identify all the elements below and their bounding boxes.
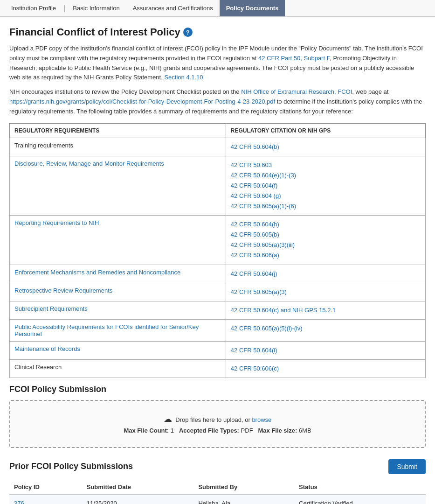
upload-dropzone[interactable]: ☁ Drop files here to upload, or browse M… (9, 400, 426, 448)
upload-drop-text: Drop files here to upload, or (175, 416, 250, 423)
requirement-cell[interactable]: Enforcement Mechanisms and Remedies and … (10, 265, 226, 283)
citation-link[interactable]: 42 CFR 50.604(h) (231, 219, 421, 230)
table-row: Reporting Requirements to NIH42 CFR 50.6… (10, 216, 426, 265)
requirement-link[interactable]: Public Accessibility Requirements for FC… (14, 323, 199, 337)
link-checklist-url[interactable]: https://grants.nih.gov/grants/policy/coi… (9, 98, 275, 105)
citation-link[interactable]: 42 CFR 50.605(a)(3)(iii) (231, 240, 421, 250)
description-1: Upload a PDF copy of the institution's f… (9, 44, 426, 83)
col-status: Status (294, 480, 426, 495)
citation-link[interactable]: 42 CFR 50.604(i) (231, 345, 421, 356)
main-content: Financial Conflict of Interest Policy ? … (0, 17, 435, 504)
citation-cell: 42 CFR 50.604(c) and NIH GPS 15.2.1 (226, 301, 425, 319)
requirement-link[interactable]: Maintenance of Records (14, 345, 80, 352)
status-cell: Certification Verified (294, 495, 426, 504)
requirement-cell[interactable]: Retrospective Review Requirements (10, 283, 226, 301)
citation-link[interactable]: 42 CFR 50.606(c) (231, 364, 421, 374)
table-row: Disclosure, Review, Manage and Monitor R… (10, 156, 426, 215)
citation-link[interactable]: 42 CFR 50.604(b) (231, 142, 421, 152)
upload-cloud-icon: ☁ (164, 414, 172, 424)
submissions-table: Policy ID Submitted Date Submitted By St… (9, 480, 426, 504)
requirement-cell: Training requirements (10, 138, 226, 156)
citation-cell: 42 CFR 50.604(i) (226, 341, 425, 359)
nav-tabs: Institution Profile | Basic Information … (0, 0, 435, 17)
table-row: Training requirements42 CFR 50.604(b) (10, 138, 426, 156)
requirement-cell: Clinical Research (10, 359, 226, 378)
submitted-by-cell: Helisha, Ala (193, 495, 294, 504)
page-title: Financial Conflict of Interest Policy (9, 26, 180, 38)
link-section-4110[interactable]: Section 4.1.10 (164, 74, 203, 81)
requirement-cell[interactable]: Public Accessibility Requirements for FC… (10, 319, 226, 341)
requirement-cell[interactable]: Disclosure, Review, Manage and Monitor R… (10, 156, 226, 215)
fcoi-submission-heading: FCOI Policy Submission (9, 385, 426, 394)
table-header-requirements: REGULATORY REQUIREMENTS (10, 123, 226, 138)
citation-link[interactable]: 42 CFR 50.605(a)(5)(i)-(iv) (231, 323, 421, 334)
table-row: Subrecipient Requirements42 CFR 50.604(c… (10, 301, 426, 319)
description-2: NIH encourages institutions to review th… (9, 87, 426, 116)
upload-browse-link[interactable]: browse (252, 416, 271, 423)
citation-link[interactable]: 42 CFR 50.606(a) (231, 250, 421, 260)
link-cfr-part50[interactable]: 42 CFR Part 50, Subpart F (258, 55, 330, 62)
citation-cell: 42 CFR 50.604(h)42 CFR 50.605(b)42 CFR 5… (226, 216, 425, 265)
upload-meta-types-label: Accepted File Types: (179, 427, 239, 434)
tab-institution-profile[interactable]: Institution Profile (5, 0, 62, 16)
citation-link[interactable]: 42 CFR 50.605(a)(1)-(6) (231, 201, 421, 211)
policy-id-link[interactable]: 376 (14, 500, 24, 504)
requirement-link[interactable]: Retrospective Review Requirements (14, 287, 112, 294)
submit-button[interactable]: Submit (388, 459, 426, 474)
nav-divider-1: | (63, 4, 65, 13)
regulatory-table: REGULATORY REQUIREMENTS REGULATORY CITAT… (9, 123, 426, 378)
table-row: Maintenance of Records42 CFR 50.604(i) (10, 341, 426, 359)
page-title-container: Financial Conflict of Interest Policy ? (9, 26, 426, 38)
citation-cell: 42 CFR 50.604(j) (226, 265, 425, 283)
col-submitted-by: Submitted By (193, 480, 294, 495)
submission-row: 37611/25/2020Helisha, AlaCertification V… (9, 495, 426, 504)
col-policy-id: Policy ID (9, 480, 82, 495)
citation-link[interactable]: 42 CFR 50.605(b) (231, 230, 421, 240)
upload-meta-count: 1 (171, 427, 174, 434)
submitted-date-cell: 11/25/2020 (82, 495, 194, 504)
requirement-cell[interactable]: Subrecipient Requirements (10, 301, 226, 319)
requirement-cell[interactable]: Reporting Requirements to NIH (10, 216, 226, 265)
upload-meta-size: 6MB (299, 427, 311, 434)
citation-cell: 42 CFR 50.606(c) (226, 359, 425, 378)
requirement-link[interactable]: Reporting Requirements to NIH (14, 219, 99, 226)
table-row: Clinical Research42 CFR 50.606(c) (10, 359, 426, 378)
help-icon[interactable]: ? (183, 28, 193, 37)
table-row: Retrospective Review Requirements42 CFR … (10, 283, 426, 301)
upload-meta: Max File Count: 1 Accepted File Types: P… (20, 427, 415, 434)
prior-submissions-title: Prior FCOI Policy Submissions (9, 462, 133, 471)
tab-basic-information[interactable]: Basic Information (66, 0, 126, 16)
col-submitted-date: Submitted Date (82, 480, 194, 495)
prior-submissions-header: Prior FCOI Policy Submissions Submit (9, 459, 426, 474)
upload-prompt: ☁ Drop files here to upload, or browse (20, 414, 415, 424)
table-row: Enforcement Mechanisms and Remedies and … (10, 265, 426, 283)
policy-id-cell[interactable]: 376 (9, 495, 82, 504)
citation-cell: 42 CFR 50.605(a)(3) (226, 283, 425, 301)
citation-cell: 42 CFR 50.60342 CFR 50.604(e)(1)-(3)42 C… (226, 156, 425, 215)
citation-link[interactable]: 42 CFR 50.604(c) and NIH GPS 15.2.1 (231, 305, 421, 315)
upload-meta-count-label: Max File Count: (124, 427, 169, 434)
citation-link[interactable]: 42 CFR 50.605(a)(3) (231, 287, 421, 297)
requirement-link[interactable]: Enforcement Mechanisms and Remedies and … (14, 269, 180, 276)
table-header-citations: REGULATORY CITATION OR NIH GPS (226, 123, 425, 138)
upload-meta-types: PDF (241, 427, 253, 434)
requirement-cell[interactable]: Maintenance of Records (10, 341, 226, 359)
tab-assurances[interactable]: Assurances and Certifications (126, 0, 220, 16)
citation-link[interactable]: 42 CFR 50.604(f) (231, 181, 421, 191)
citation-link[interactable]: 42 CFR 50.603 (231, 160, 421, 170)
requirement-link[interactable]: Disclosure, Review, Manage and Monitor R… (14, 160, 164, 167)
tab-policy-documents[interactable]: Policy Documents (220, 0, 285, 16)
link-nih-oer[interactable]: NIH Office of Extramural Research, FCOI (241, 88, 352, 95)
upload-meta-size-label: Max File size: (258, 427, 297, 434)
citation-cell: 42 CFR 50.604(b) (226, 138, 425, 156)
citation-link[interactable]: 42 CFR 50.604 (g) (231, 191, 421, 201)
citation-link[interactable]: 42 CFR 50.604(e)(1)-(3) (231, 170, 421, 181)
table-row: Public Accessibility Requirements for FC… (10, 319, 426, 341)
citation-cell: 42 CFR 50.605(a)(5)(i)-(iv) (226, 319, 425, 341)
citation-link[interactable]: 42 CFR 50.604(j) (231, 269, 421, 279)
requirement-link[interactable]: Subrecipient Requirements (14, 305, 88, 312)
